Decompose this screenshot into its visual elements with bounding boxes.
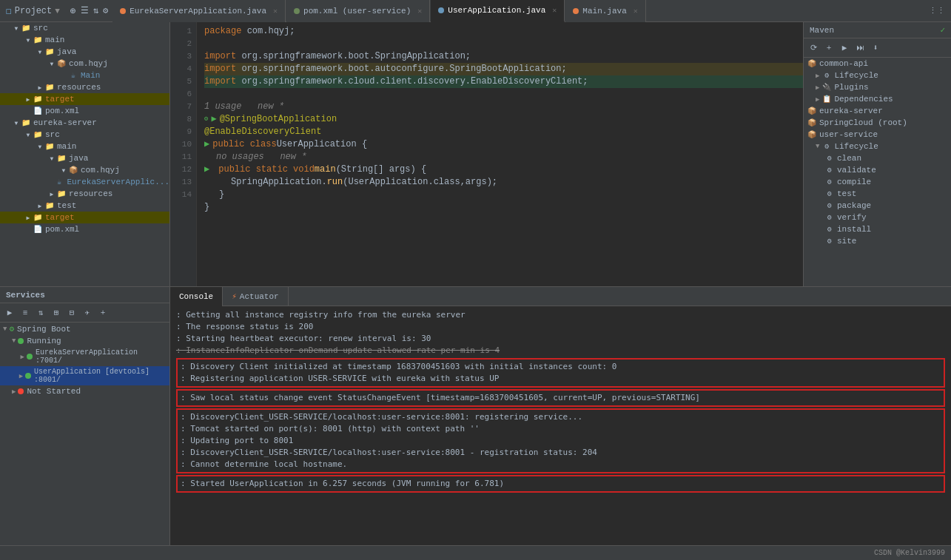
svc-not-started[interactable]: ▶ Not Started: [0, 385, 169, 397]
tree-main[interactable]: ▼📁main: [0, 34, 169, 46]
maven-tree: 📦 common-api ▶ ⚙ Lifecycle ▶ 🔌 Plugins ▶…: [804, 58, 951, 286]
toolbar-icon-4[interactable]: ⚙: [103, 5, 108, 16]
editor-content: 123456 789101112 1314 package com.hqyj; …: [170, 22, 803, 286]
close-icon[interactable]: ✕: [552, 6, 557, 15]
code-editor[interactable]: package com.hqyj; import org.springframe…: [197, 22, 803, 286]
svc-spring-boot[interactable]: ▼ ⚙ Spring Boot: [0, 323, 169, 335]
maven-common-api[interactable]: 📦 common-api: [804, 58, 951, 70]
code-line-15: }: [204, 201, 803, 214]
tree-pom[interactable]: 📄pom.xml: [0, 105, 169, 117]
code-line-14: }: [204, 189, 803, 201]
svc-btn-5[interactable]: ⊟: [65, 306, 78, 320]
project-tree: ▼📁src ▼📁main ▼📁java ▼📦com.hqyj ☕Main ▶📁r…: [0, 22, 169, 286]
console-line-8: : DiscoveryClient_USER-SERVICE/localhost…: [181, 411, 941, 423]
maven-add-btn[interactable]: +: [822, 41, 836, 55]
maven-package[interactable]: ⚙ package: [804, 200, 951, 212]
tree-eureka-target[interactable]: ▶📁target: [0, 212, 169, 223]
console-line-1: : Getting all instance registry info fro…: [176, 309, 945, 321]
tree-eureka-main[interactable]: ▼📁main: [0, 141, 169, 152]
tree-eureka-test[interactable]: ▶📁test: [0, 200, 169, 212]
code-line-2: [204, 38, 803, 50]
svc-btn-4[interactable]: ⊞: [50, 306, 63, 320]
code-line-16: [204, 214, 803, 226]
code-line-12: ▶ public static void main(String[] args)…: [204, 163, 803, 176]
maven-refresh-btn[interactable]: ⟳: [807, 41, 820, 55]
tab-eureka-server[interactable]: EurekaServerApplication.java ✕: [112, 0, 286, 22]
code-line-4: import org.springframework.boot.autoconf…: [204, 63, 803, 75]
maven-dependencies[interactable]: ▶ 📋 Dependencies: [804, 93, 951, 105]
toolbar-icon-1[interactable]: ⊕: [70, 5, 76, 17]
maven-plugins[interactable]: ▶ 🔌 Plugins: [804, 81, 951, 93]
code-line-8: ⚙ ▶ @SpringBootApplication: [204, 113, 803, 126]
tree-resources[interactable]: ▶📁resources: [0, 81, 169, 93]
svc-eureka-app[interactable]: ▶ EurekaServerApplication :7001/: [0, 347, 169, 366]
services-toolbar: ▶ ≡ ⇅ ⊞ ⊟ ✈ +: [0, 303, 169, 323]
console-line-12: : Cannot determine local hostname.: [181, 459, 941, 470]
maven-validate[interactable]: ⚙ validate: [804, 164, 951, 176]
tree-src[interactable]: ▼📁src: [0, 22, 169, 34]
maven-clean[interactable]: ⚙ clean: [804, 152, 951, 164]
close-icon[interactable]: ✕: [417, 7, 422, 16]
toolbar-icon-3[interactable]: ⇅: [93, 5, 98, 16]
console-line-3: : Starting heartbeat executor: renew int…: [176, 333, 945, 345]
svc-btn-7[interactable]: +: [96, 306, 110, 320]
code-line-3: import org.springframework.boot.SpringAp…: [204, 50, 803, 63]
tab-pom-user[interactable]: pom.xml (user-service) ✕: [286, 0, 430, 22]
tree-eureka-package[interactable]: ▼📦com.hqyj: [0, 164, 169, 176]
tree-eureka-java[interactable]: ▼📁java: [0, 152, 169, 164]
svc-btn-6[interactable]: ✈: [81, 306, 94, 320]
maven-verify[interactable]: ⚙ verify: [804, 212, 951, 223]
title-bar-right: ⋮⋮: [929, 6, 945, 16]
tab-user-application[interactable]: UserApplication.java ✕: [431, 0, 565, 22]
tree-eureka-pom[interactable]: 📄pom.xml: [0, 223, 169, 235]
maven-compile[interactable]: ⚙ compile: [804, 176, 951, 188]
tree-target[interactable]: ▶📁target: [0, 93, 169, 105]
console-line-9: : Tomcat started on port(s): 8001 (http)…: [181, 423, 941, 435]
tree-package[interactable]: ▼📦com.hqyj: [0, 58, 169, 70]
editor-area: 123456 789101112 1314 package com.hqyj; …: [170, 22, 803, 286]
console-line-10: : Updating port to 8001: [181, 435, 941, 447]
tree-eureka-resources[interactable]: ▶📁resources: [0, 188, 169, 200]
services-panel: Services ▶ ≡ ⇅ ⊞ ⊟ ✈ + ▼ ⚙ Spring Boot ▼…: [0, 287, 170, 545]
maven-user-lifecycle[interactable]: ▼ ⚙ Lifecycle: [804, 141, 951, 152]
close-icon[interactable]: ✕: [273, 7, 278, 16]
code-line-6: [204, 88, 803, 101]
svc-btn-3[interactable]: ⇅: [34, 306, 47, 320]
tree-java[interactable]: ▼📁java: [0, 46, 169, 58]
status-text: CSDN @Kelvin3999: [874, 549, 945, 557]
maven-lifecycle[interactable]: ▶ ⚙ Lifecycle: [804, 70, 951, 81]
svc-btn-2[interactable]: ≡: [19, 306, 32, 320]
close-icon[interactable]: ✕: [634, 7, 638, 16]
maven-eureka-server[interactable]: 📦 eureka-server: [804, 105, 951, 117]
console-group-4: : Started UserApplication in 6.257 secon…: [176, 475, 945, 493]
maven-header: Maven ✓: [804, 22, 951, 38]
svc-btn-1[interactable]: ▶: [3, 306, 16, 320]
title-bar: ◻ Project ▼ ⊕ ☰ ⇅ ⚙ EurekaServerApplicat…: [0, 0, 951, 22]
maven-springcloud[interactable]: 📦 SpringCloud (root): [804, 117, 951, 129]
maven-download-btn[interactable]: ⬇: [869, 41, 882, 55]
tree-eureka-app[interactable]: ☕EurekaServerApplic...: [0, 176, 169, 188]
maven-run-btn[interactable]: ▶: [838, 41, 851, 55]
maven-user-service[interactable]: 📦 user-service: [804, 129, 951, 141]
tree-eureka-src[interactable]: ▼📁src: [0, 129, 169, 141]
console-output[interactable]: : Getting all instance registry info fro…: [170, 306, 951, 545]
tab-console[interactable]: Console: [170, 287, 223, 306]
maven-skip-btn[interactable]: ⏭: [853, 41, 867, 55]
console-panel: Console ⚡ Actuator : Getting all instanc…: [170, 287, 951, 545]
project-label[interactable]: ◻ Project ▼: [6, 5, 60, 17]
bottom-area: Services ▶ ≡ ⇅ ⊞ ⊟ ✈ + ▼ ⚙ Spring Boot ▼…: [0, 286, 951, 545]
tree-main-class[interactable]: ☕Main: [0, 70, 169, 81]
svc-running[interactable]: ▼ Running: [0, 335, 169, 347]
svc-user-app[interactable]: ▶ UserApplication [devtools] :8001/: [0, 366, 169, 385]
console-line-2: : The response status is 200: [176, 321, 945, 333]
maven-test[interactable]: ⚙ test: [804, 188, 951, 200]
maven-toolbar: ⟳ + ▶ ⏭ ⬇: [804, 38, 951, 58]
maven-site[interactable]: ⚙ site: [804, 235, 951, 247]
console-line-7: : Saw local status change event StatusCh…: [181, 392, 941, 404]
maven-install[interactable]: ⚙ install: [804, 223, 951, 235]
tab-main[interactable]: Main.java ✕: [565, 0, 645, 22]
tab-actuator[interactable]: ⚡ Actuator: [223, 287, 288, 306]
tree-eureka[interactable]: ▼📁eureka-server: [0, 117, 169, 129]
code-line-10: ▶ public class UserApplication {: [204, 138, 803, 151]
toolbar-icon-2[interactable]: ☰: [81, 5, 89, 16]
